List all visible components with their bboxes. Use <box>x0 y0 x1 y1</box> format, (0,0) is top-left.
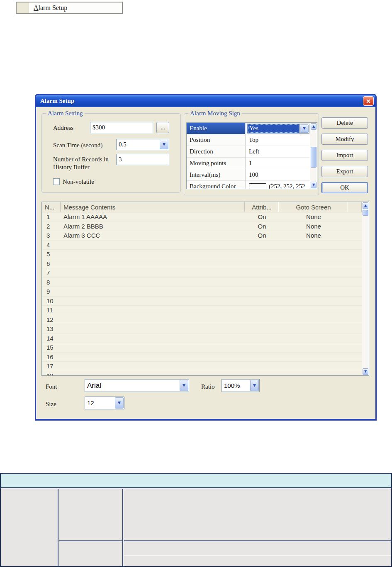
document-table-cell <box>124 557 391 566</box>
property-row[interactable]: EnableYes▼ <box>187 123 310 134</box>
cell-no: 6 <box>42 259 61 269</box>
cell-message <box>61 343 245 353</box>
property-grid-scrollbar[interactable]: ▲ ▼ <box>310 123 317 189</box>
property-grid: EnableYes▼PositionTopDirectionLeftMoving… <box>186 122 317 189</box>
property-label: Interval(ms) <box>187 169 246 181</box>
scroll-up-icon[interactable]: ▲ <box>311 123 317 130</box>
property-value[interactable]: (252, 252, 252 <box>246 181 310 189</box>
size-value: 12 <box>85 397 114 409</box>
delete-button[interactable]: Delete <box>321 117 368 129</box>
column-header-no[interactable]: N... <box>42 202 61 212</box>
dialog-titlebar[interactable]: Alarm Setup ✕ <box>36 95 375 107</box>
column-header-attribute[interactable]: Attrib... <box>245 202 279 212</box>
cell-filler <box>348 362 362 371</box>
property-value[interactable]: Yes▼ <box>246 123 310 134</box>
table-row[interactable]: 9 <box>42 287 362 297</box>
cell-filler <box>348 315 362 325</box>
document-table-cell <box>59 542 122 566</box>
chevron-down-icon[interactable]: ▼ <box>250 380 259 391</box>
import-button[interactable]: Import <box>321 150 368 161</box>
property-row[interactable]: Interval(ms)100 <box>187 169 310 181</box>
address-browse-button[interactable]: ... <box>156 122 169 133</box>
size-dropdown[interactable]: 12 ▼ <box>85 397 124 409</box>
property-row[interactable]: Moving points1 <box>187 158 310 169</box>
table-row[interactable]: 8 <box>42 278 362 287</box>
cell-no: 12 <box>42 315 61 325</box>
modify-button[interactable]: Modify <box>321 134 368 145</box>
message-list-header: N... Message Contents Attrib... Goto Scr… <box>42 202 362 212</box>
cell-no: 16 <box>42 353 61 362</box>
table-row[interactable]: 7 <box>42 268 362 278</box>
column-header-message[interactable]: Message Contents <box>61 202 245 212</box>
scroll-down-icon[interactable]: ▼ <box>363 368 368 375</box>
table-row[interactable]: 10 <box>42 297 362 306</box>
font-label: Font <box>46 383 57 390</box>
chevron-down-icon[interactable]: ▼ <box>180 380 188 391</box>
property-row[interactable]: DirectionLeft <box>187 146 310 158</box>
property-value[interactable]: Left <box>246 146 310 158</box>
enable-value: Yes <box>248 124 299 133</box>
property-value[interactable]: 1 <box>246 158 310 169</box>
export-button[interactable]: Export <box>321 166 368 177</box>
message-list-scrollbar[interactable]: ▲ ▼ <box>362 202 369 375</box>
property-row[interactable]: Background Color(252, 252, 252 <box>187 181 310 189</box>
enable-dropdown[interactable]: Yes▼ <box>247 124 309 134</box>
chevron-down-icon[interactable]: ▼ <box>300 124 309 133</box>
ratio-dropdown[interactable]: 100% ▼ <box>222 379 260 392</box>
table-row[interactable]: 6 <box>42 259 362 269</box>
chevron-down-icon[interactable]: ▼ <box>160 140 168 149</box>
cell-filler <box>348 259 362 269</box>
table-row[interactable]: 11 <box>42 306 362 315</box>
ok-button[interactable]: OK <box>321 182 368 193</box>
alarm-setting-title: Alarm Setting <box>46 110 85 117</box>
table-row[interactable]: 1Alarm 1 AAAAAOnNone <box>42 212 362 222</box>
table-row[interactable]: 15 <box>42 343 362 353</box>
table-row[interactable]: 3Alarm 3 CCCOnNone <box>42 231 362 241</box>
cell-filler <box>348 297 362 306</box>
property-value[interactable]: 100 <box>246 169 310 181</box>
table-row[interactable]: 5 <box>42 250 362 259</box>
table-row[interactable]: 17 <box>42 362 362 371</box>
document-table-cell <box>1 489 58 566</box>
close-button[interactable]: ✕ <box>363 96 374 106</box>
table-row[interactable]: 16 <box>42 353 362 362</box>
property-row[interactable]: PositionTop <box>187 134 310 146</box>
cell-message <box>61 259 245 269</box>
cell-filler <box>348 212 362 222</box>
scroll-up-icon[interactable]: ▲ <box>363 202 368 209</box>
address-input[interactable]: $300 <box>90 122 153 133</box>
property-value-text: Top <box>249 136 258 144</box>
table-row[interactable]: 2Alarm 2 BBBBOnNone <box>42 222 362 231</box>
cell-goto_screen <box>279 362 348 371</box>
records-input[interactable]: 3 <box>116 154 169 165</box>
color-swatch <box>249 183 266 189</box>
table-row[interactable]: 14 <box>42 334 362 343</box>
cell-filler <box>348 353 362 362</box>
nonvolatile-checkbox[interactable] <box>53 178 60 185</box>
table-row[interactable]: 4 <box>42 241 362 250</box>
scrollbar-thumb[interactable] <box>363 210 368 216</box>
cell-filler <box>348 306 362 315</box>
scrollbar-thumb[interactable] <box>311 147 317 168</box>
cell-attribute: On <box>245 231 279 241</box>
table-row[interactable]: 13 <box>42 324 362 334</box>
cell-message <box>61 353 245 362</box>
cell-attribute <box>245 343 279 353</box>
records-label: Number of Records in History Buffer <box>53 156 115 171</box>
chevron-down-icon[interactable]: ▼ <box>115 397 124 409</box>
cell-no: 8 <box>42 278 61 287</box>
scan-time-dropdown[interactable]: 0.5 ▼ <box>116 139 169 150</box>
cell-attribute <box>245 324 279 334</box>
cell-filler <box>348 334 362 343</box>
table-row[interactable]: 18 <box>42 371 362 376</box>
column-header-goto-screen[interactable]: Goto Screen <box>279 202 348 212</box>
font-dropdown[interactable]: Arial ▼ <box>85 379 189 392</box>
document-table-cell <box>59 489 122 541</box>
menu-item-alarm-setup[interactable]: Alarm Setup <box>16 2 123 14</box>
property-label: Enable <box>187 123 246 134</box>
scan-time-label: Scan Time (second) <box>53 142 102 149</box>
property-value[interactable]: Top <box>246 134 310 146</box>
cell-message <box>61 268 245 278</box>
table-row[interactable]: 12 <box>42 315 362 325</box>
scroll-down-icon[interactable]: ▼ <box>311 182 317 188</box>
